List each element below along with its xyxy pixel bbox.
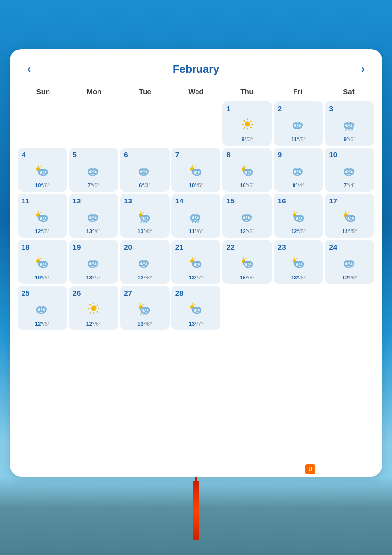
weather-icon [136, 209, 153, 226]
day-cell[interactable]: 23 13°/6° [274, 240, 323, 284]
temperature: 10°/6° [35, 182, 49, 188]
day-cell[interactable]: 3 9°/6° [325, 101, 374, 146]
day-number: 7 [173, 151, 179, 159]
temperature: 11°/6° [189, 228, 203, 234]
day-cell[interactable]: 10 7°/4° [325, 148, 374, 192]
day-number: 10 [327, 151, 337, 159]
weather-icon [85, 163, 102, 179]
day-cell[interactable]: 20 12°/8° [120, 240, 170, 284]
weather-icon [136, 301, 153, 318]
day-cell[interactable]: 24 12°/6° [325, 240, 374, 284]
city-background [0, 469, 392, 555]
day-cell[interactable]: 18 10°/5° [18, 240, 67, 284]
day-cell[interactable]: 4 10°/6° [18, 148, 67, 192]
svg-line-90 [348, 212, 349, 213]
weather-icon [85, 301, 102, 318]
weather-icon [341, 255, 359, 272]
svg-line-7 [250, 121, 251, 122]
day-number: 26 [71, 289, 81, 297]
temperature: 12°/6° [240, 228, 254, 234]
day-cell[interactable]: 27 13°/6° [120, 286, 170, 330]
calendar-container: ‹ February › SunMonTueWedThuFriSat 1 9°/… [10, 49, 382, 477]
prev-month-button[interactable]: ‹ [24, 61, 35, 77]
weather-icon [290, 117, 307, 133]
day-number: 18 [20, 243, 30, 251]
day-cell[interactable]: 8 10°/5° [222, 148, 272, 192]
temperature: 7°/5° [88, 182, 99, 188]
day-number: 16 [276, 197, 286, 205]
empty-cell [222, 286, 272, 330]
day-cell[interactable]: 22 15°/8° [222, 240, 272, 284]
svg-point-12 [344, 123, 353, 129]
weekday-label: Fri [272, 85, 323, 98]
next-month-button[interactable]: › [357, 61, 368, 77]
day-cell[interactable]: 26 12°/6° [69, 286, 119, 330]
svg-line-124 [297, 258, 297, 259]
day-cell[interactable]: 5 7°/5° [69, 148, 119, 192]
day-number: 12 [71, 197, 81, 205]
svg-line-5 [244, 120, 245, 121]
day-number: 25 [20, 289, 30, 297]
svg-line-142 [97, 305, 98, 306]
day-cell[interactable]: 25 12°/6° [18, 286, 67, 330]
empty-cell [172, 101, 221, 146]
svg-point-105 [139, 261, 148, 267]
day-number: 14 [173, 197, 184, 205]
svg-line-41 [245, 166, 246, 167]
day-cell[interactable]: 12 13°/6° [69, 194, 119, 238]
weather-icon [85, 255, 102, 272]
temperature: 6°/3° [139, 182, 150, 188]
day-number: 11 [20, 197, 30, 205]
day-cell[interactable]: 14 11°/6° [172, 194, 221, 238]
empty-cell [274, 286, 323, 330]
day-cell[interactable]: 17 11°/5° [325, 194, 374, 238]
day-cell[interactable]: 7 10°/5° [172, 148, 221, 192]
day-number: 13 [122, 197, 132, 205]
temperature: 13°/6° [86, 228, 101, 234]
weather-icon [239, 209, 256, 226]
day-number: 27 [122, 289, 132, 297]
day-cell[interactable]: 1 9°/3° [222, 101, 272, 146]
watermark: U Lifestyle App《社群》 [305, 464, 377, 474]
svg-point-25 [88, 169, 97, 175]
day-cell[interactable]: 19 13°/7° [69, 240, 119, 284]
day-cell[interactable]: 15 12°/6° [222, 194, 272, 238]
day-cell[interactable]: 21 13°/7° [172, 240, 221, 284]
day-cell[interactable]: 28 13°/7° [172, 286, 221, 330]
watermark-text: Lifestyle App《社群》 [317, 465, 377, 474]
temperature: 15°/8° [240, 275, 254, 280]
weather-icon [341, 117, 359, 133]
weather-icon: ❄ [136, 163, 153, 179]
temperature: 12°/8° [137, 275, 152, 280]
temperature: 12°/6° [86, 321, 101, 327]
day-cell[interactable]: 2 11°/5° [274, 101, 323, 146]
svg-line-117 [245, 258, 246, 259]
svg-point-72 [191, 215, 199, 221]
weather-icon [239, 163, 256, 179]
svg-point-9 [293, 123, 302, 129]
weather-icon [290, 209, 307, 226]
weather-icon [187, 163, 205, 179]
day-number: 20 [122, 243, 132, 251]
day-cell[interactable]: 11 12°/5° [18, 194, 67, 238]
svg-point-102 [88, 261, 97, 267]
day-number: 28 [173, 289, 184, 297]
svg-line-64 [143, 212, 144, 213]
svg-point-129 [344, 261, 353, 267]
svg-line-151 [141, 313, 142, 315]
empty-cell [69, 101, 119, 146]
day-cell[interactable]: 13 13°/8° [120, 194, 170, 238]
temperature: 10°/5° [189, 182, 203, 188]
empty-cell [18, 101, 67, 146]
svg-line-77 [198, 221, 199, 223]
svg-point-49 [344, 169, 353, 175]
weekday-headers: SunMonTueWedThuFriSat [18, 85, 374, 98]
day-cell[interactable]: 16 12°/5° [274, 194, 323, 238]
empty-cell [325, 286, 374, 330]
day-cell[interactable]: 9 9°/4° [274, 148, 323, 192]
weekday-label: Sat [323, 85, 374, 98]
weekday-label: Sun [18, 85, 69, 98]
svg-line-141 [97, 312, 98, 313]
day-cell[interactable]: 6 ❄ 6°/3° [120, 148, 170, 192]
temperature: 12°/5° [35, 228, 49, 234]
